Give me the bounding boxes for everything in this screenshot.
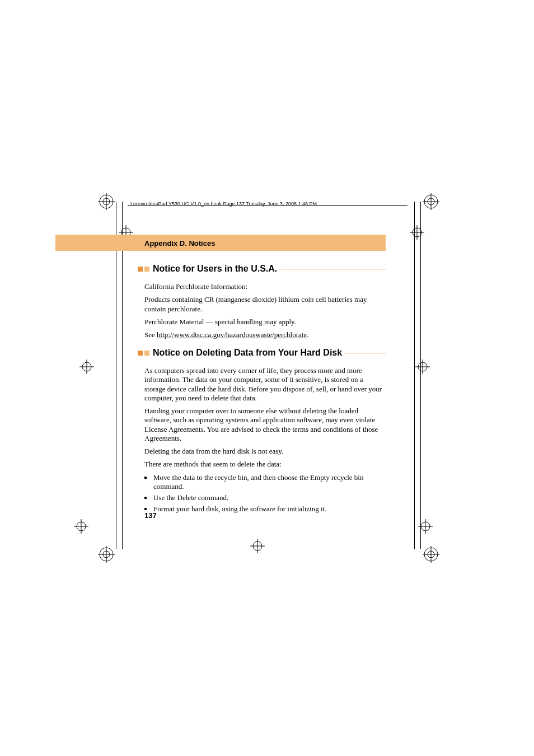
register-icon bbox=[249, 538, 266, 554]
cropmark-icon bbox=[98, 546, 115, 563]
bullet-square-icon bbox=[138, 351, 143, 356]
frame-rule bbox=[420, 202, 421, 549]
list-item: Move the data to the recycle bin, and th… bbox=[144, 473, 385, 492]
frame-rule bbox=[122, 202, 123, 549]
frame-rule bbox=[414, 202, 415, 549]
bullet-square-icon bbox=[138, 267, 143, 272]
section-title: Notice for Users in the U.S.A. bbox=[153, 264, 277, 274]
body-text: As computers spread into every corner of… bbox=[144, 366, 385, 403]
bullet-list: Move the data to the recycle bin, and th… bbox=[144, 473, 385, 514]
list-item: Use the Delete command. bbox=[144, 493, 385, 502]
register-icon bbox=[78, 358, 95, 375]
section-rule bbox=[345, 353, 386, 353]
body-text: See http://www.dtsc.ca.gov/hazardouswast… bbox=[144, 330, 385, 339]
section-rule bbox=[280, 269, 386, 269]
body-text: Perchlorate Material — special handling … bbox=[144, 318, 385, 326]
appendix-title: Appendix D. Notices bbox=[144, 239, 215, 248]
cropmark-icon bbox=[423, 193, 439, 210]
body-text: Handing your computer over to someone el… bbox=[144, 407, 385, 443]
bullet-square-icon bbox=[144, 267, 149, 272]
section-heading-row: Notice for Users in the U.S.A. bbox=[138, 264, 386, 274]
section-title: Notice on Deleting Data from Your Hard D… bbox=[153, 348, 342, 358]
cropmark-icon bbox=[423, 546, 439, 563]
body-text: California Perchlorate Information: bbox=[144, 282, 385, 291]
frame-rule bbox=[116, 202, 116, 549]
bullet-square-icon bbox=[144, 351, 149, 356]
register-icon bbox=[409, 224, 425, 241]
list-item: Format your hard disk, using the softwar… bbox=[144, 505, 385, 514]
body-text: . bbox=[307, 330, 308, 339]
section-body: As computers spread into every corner of… bbox=[144, 366, 385, 516]
perchlorate-link[interactable]: http://www.dtsc.ca.gov/hazardouswaste/pe… bbox=[157, 330, 307, 339]
print-header: Lenovo IdeaPad Y530 UG V1.0_en.book Page… bbox=[130, 201, 317, 207]
body-text: See bbox=[144, 330, 157, 339]
appendix-banner bbox=[55, 235, 386, 251]
register-icon bbox=[73, 518, 90, 535]
cropmark-icon bbox=[98, 193, 115, 210]
register-icon bbox=[414, 358, 431, 375]
section-body: California Perchlorate Information: Prod… bbox=[144, 282, 385, 343]
body-text: Products containing CR (manganese dioxid… bbox=[144, 295, 385, 314]
page-number: 137 bbox=[144, 511, 157, 520]
body-text: There are methods that seem to delete th… bbox=[144, 460, 385, 469]
register-icon bbox=[417, 518, 434, 535]
section-heading-row: Notice on Deleting Data from Your Hard D… bbox=[138, 348, 386, 358]
body-text: Deleting the data from the hard disk is … bbox=[144, 447, 385, 456]
